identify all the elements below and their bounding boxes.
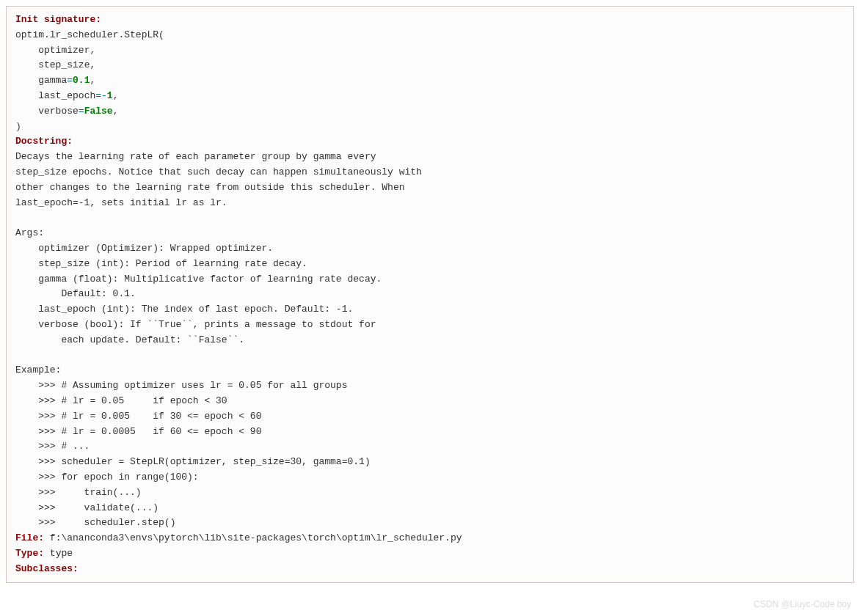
param-gamma-value: 0.1 [73,75,90,86]
sig-prefix: optim. [15,29,50,40]
subclasses-line: Subclasses: [15,562,845,577]
param-optimizer: optimizer [38,45,90,56]
param-lastepoch-op: - [101,90,107,101]
comma: , [90,59,95,70]
comma: , [113,90,119,101]
param-verbose-value: False [84,106,113,117]
docstring-header: Docstring: [15,136,73,147]
eq: = [79,106,84,117]
param-lastepoch: last_epoch [38,90,95,101]
eq: = [67,75,73,86]
param-gamma: gamma [38,75,67,86]
init-signature-header: Init signature: [15,14,101,25]
comma: , [90,45,95,56]
docstring-body: Decays the learning rate of each paramet… [15,150,845,531]
type-header: Type: [15,548,44,559]
sig-close: ) [15,121,21,132]
init-signature-section: Init signature: [15,12,845,28]
signature-code: optim.lr_scheduler.StepLR( optimizer, st… [15,28,845,135]
param-lastepoch-num: 1 [107,90,113,101]
param-verbose: verbose [38,106,79,117]
sig-call: lr_scheduler.StepLR( [50,29,164,40]
file-line: File: f:\ananconda3\envs\pytorch\lib\sit… [15,531,845,546]
comma: , [90,75,95,86]
docstring-section: Docstring: [15,134,845,150]
type-line: Type: type [15,546,845,562]
eq: = [95,90,101,101]
file-header: File: [15,532,44,543]
type-value: type [44,548,73,559]
file-value: f:\ananconda3\envs\pytorch\lib\site-pack… [44,532,462,543]
param-stepsize: step_size [38,59,90,70]
comma: , [113,106,119,117]
doc-container: Init signature: optim.lr_scheduler.StepL… [6,6,854,583]
subclasses-header: Subclasses: [15,563,79,574]
